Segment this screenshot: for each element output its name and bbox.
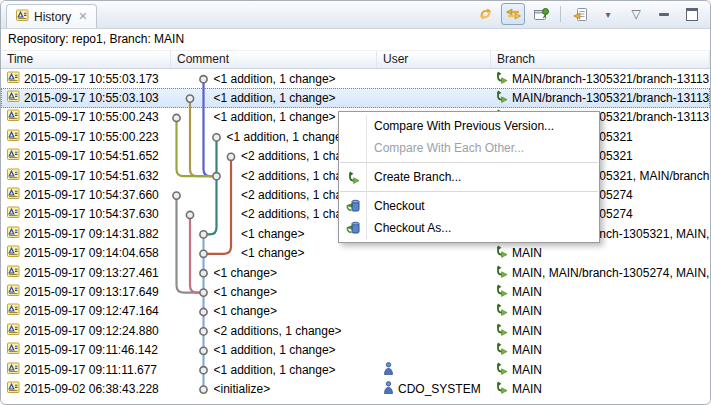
commit-icon bbox=[6, 71, 20, 84]
time-cell: 2015-09-17 10:55:03.103 bbox=[1, 90, 171, 106]
history-view: History ✕ bbox=[0, 0, 711, 405]
branch-cell: MAIN bbox=[491, 323, 710, 339]
time-cell: 2015-09-17 09:12:47.164 bbox=[1, 303, 171, 319]
time-cell: 2015-09-17 09:14:04.658 bbox=[1, 245, 171, 261]
history-view-icon bbox=[15, 9, 29, 25]
table-row[interactable]: 2015-09-17 09:14:04.658 <1 change> MAIN bbox=[1, 244, 710, 263]
time-cell: 2015-09-17 09:13:27.461 bbox=[1, 265, 171, 281]
refresh-icon[interactable] bbox=[473, 3, 497, 25]
commit-icon bbox=[6, 245, 20, 258]
branch-cell: MAIN bbox=[491, 284, 710, 300]
time-cell: 2015-09-17 09:11:46.142 bbox=[1, 342, 171, 358]
filter-menu-icon[interactable] bbox=[568, 3, 592, 25]
menu-item-compare-with-each-other: Compare With Each Other... bbox=[339, 137, 599, 159]
tab-bar: History ✕ bbox=[1, 1, 710, 29]
table-row[interactable]: 2015-09-17 09:11:46.142 <1 addition, 1 c… bbox=[1, 340, 710, 359]
column-header-branch[interactable]: Branch bbox=[491, 51, 710, 68]
table-row[interactable]: 2015-09-17 09:12:47.164 <1 change> MAIN bbox=[1, 302, 710, 321]
branch-cell: MAIN bbox=[491, 362, 710, 378]
commit-icon bbox=[6, 284, 20, 297]
commit-icon bbox=[6, 265, 20, 278]
menu-item-compare-with-previous-version[interactable]: Compare With Previous Version... bbox=[339, 115, 599, 137]
table-row[interactable]: 2015-09-17 09:13:27.461 <1 change> MAIN,… bbox=[1, 263, 710, 282]
pin-editor-icon[interactable] bbox=[529, 3, 553, 25]
branch-icon bbox=[495, 284, 508, 297]
branch-icon bbox=[495, 71, 508, 84]
branch-cell: MAIN bbox=[491, 381, 710, 397]
user-icon bbox=[383, 381, 394, 394]
table-row[interactable]: 2015-09-17 09:13:17.649 <1 change> MAIN bbox=[1, 282, 710, 301]
branch-icon bbox=[495, 265, 508, 278]
commit-icon bbox=[6, 206, 20, 219]
time-cell: 2015-09-17 10:54:37.660 bbox=[1, 187, 171, 203]
commit-icon bbox=[6, 90, 20, 103]
toolbar-separator bbox=[560, 6, 561, 22]
minimize-icon[interactable] bbox=[652, 3, 676, 25]
table-row[interactable]: 2015-09-17 10:55:03.173 <1 addition, 1 c… bbox=[1, 69, 710, 88]
time-cell: 2015-09-17 10:55:00.223 bbox=[1, 129, 171, 145]
time-cell: 2015-09-17 10:55:03.173 bbox=[1, 71, 171, 87]
view-toolbar: ▾ ▽ bbox=[473, 3, 710, 28]
commit-icon bbox=[6, 168, 20, 181]
comment-cell: <1 change> bbox=[171, 266, 377, 280]
commit-icon bbox=[6, 109, 20, 122]
commit-icon bbox=[6, 362, 20, 375]
comment-cell: <1 addition, 1 change> bbox=[171, 363, 377, 377]
context-menu: Compare With Previous Version... Compare… bbox=[338, 111, 600, 243]
menu-item-checkout[interactable]: Checkout bbox=[339, 195, 599, 217]
table-row[interactable]: 2015-09-17 09:12:24.880 <2 additions, 1 … bbox=[1, 321, 710, 340]
time-cell: 2015-09-17 10:54:51.652 bbox=[1, 148, 171, 164]
time-cell: 2015-09-17 09:14:31.882 bbox=[1, 226, 171, 242]
column-header-comment[interactable]: Comment bbox=[171, 51, 377, 68]
column-header-user[interactable]: User bbox=[377, 51, 491, 68]
commit-icon bbox=[6, 381, 20, 394]
repository-info: Repository: repo1, Branch: MAIN bbox=[1, 29, 710, 51]
column-header-time[interactable]: Time bbox=[1, 51, 171, 68]
view-menu-icon[interactable]: ▽ bbox=[624, 3, 648, 25]
comment-cell: <1 change> bbox=[171, 285, 377, 299]
branch-icon bbox=[495, 342, 508, 355]
branch-cell: MAIN bbox=[491, 342, 710, 358]
menu-separator bbox=[340, 191, 598, 192]
branch-icon bbox=[347, 171, 360, 184]
commit-icon bbox=[6, 342, 20, 355]
comment-cell: <initialize> bbox=[171, 382, 377, 396]
commit-icon bbox=[6, 148, 20, 161]
table-row[interactable]: 2015-09-17 09:11:11.677 <1 addition, 1 c… bbox=[1, 360, 710, 379]
branch-icon bbox=[495, 381, 508, 394]
menu-item-checkout-as[interactable]: Checkout As... bbox=[339, 217, 599, 239]
branch-cell: MAIN bbox=[491, 303, 710, 319]
tab-history[interactable]: History ✕ bbox=[6, 4, 97, 28]
user-cell bbox=[377, 362, 491, 378]
menu-item-create-branch[interactable]: Create Branch... bbox=[339, 166, 599, 188]
comment-cell: <2 additions, 1 change> bbox=[171, 324, 377, 338]
branch-icon bbox=[495, 303, 508, 316]
commit-icon bbox=[15, 9, 29, 22]
branch-icon bbox=[495, 362, 508, 375]
menu-separator bbox=[340, 162, 598, 163]
link-with-editor-icon[interactable] bbox=[501, 3, 525, 25]
table-row[interactable]: 2015-09-17 10:55:03.103 <1 addition, 1 c… bbox=[1, 88, 710, 107]
checkout-icon bbox=[346, 221, 361, 235]
branch-icon bbox=[495, 245, 508, 258]
dropdown-arrow-icon[interactable]: ▾ bbox=[596, 3, 620, 25]
table-header: Time Comment User Branch bbox=[1, 51, 710, 69]
close-icon[interactable]: ✕ bbox=[78, 10, 87, 23]
time-cell: 2015-09-17 10:54:51.632 bbox=[1, 168, 171, 184]
time-cell: 2015-09-17 10:54:37.630 bbox=[1, 206, 171, 222]
comment-cell: <1 addition, 1 change> bbox=[171, 343, 377, 357]
user-cell: CDO_SYSTEM bbox=[377, 381, 491, 397]
comment-cell: <1 addition, 1 change> bbox=[171, 91, 377, 105]
time-cell: 2015-09-17 09:13:17.649 bbox=[1, 284, 171, 300]
comment-cell: <1 change> bbox=[171, 246, 377, 260]
commit-icon bbox=[6, 303, 20, 316]
commit-icon bbox=[6, 129, 20, 142]
comment-cell: <1 addition, 1 change> bbox=[171, 72, 377, 86]
table-row[interactable]: 2015-09-02 06:38:43.228 <initialize> CDO… bbox=[1, 379, 710, 398]
branch-cell: MAIN, MAIN/branch-1305274, MAIN, MAIN/br… bbox=[491, 265, 710, 281]
maximize-icon[interactable] bbox=[680, 3, 704, 25]
commit-icon bbox=[6, 226, 20, 239]
time-cell: 2015-09-02 06:38:43.228 bbox=[1, 381, 171, 397]
time-cell: 2015-09-17 09:12:24.880 bbox=[1, 323, 171, 339]
commit-icon bbox=[6, 323, 20, 336]
